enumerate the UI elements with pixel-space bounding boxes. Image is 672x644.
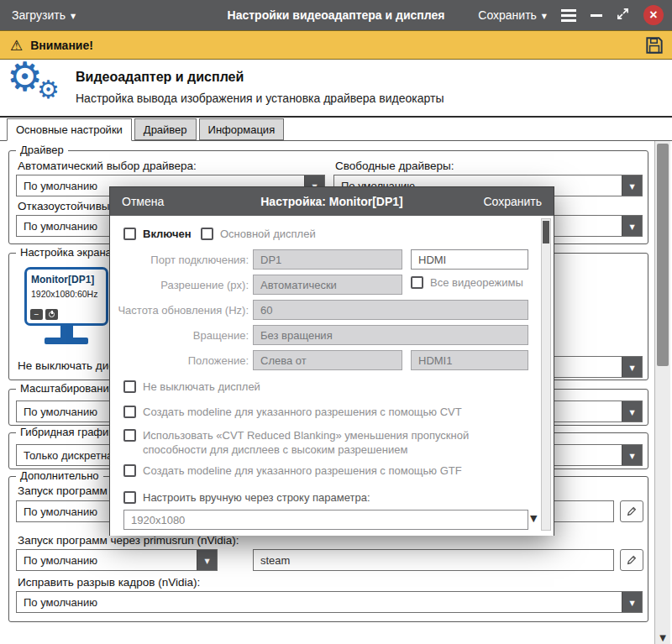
port-value-field: DP1	[253, 249, 402, 270]
pencil-icon	[626, 554, 638, 566]
expand-button[interactable]	[617, 8, 629, 23]
tab-driver[interactable]: Драйвер	[134, 118, 197, 140]
refresh-label: Частота обновления (Hz):	[110, 304, 249, 317]
cvt-modeline-checkbox[interactable]: Создать modeline для указанного разрешен…	[123, 406, 462, 420]
chevron-down-icon: ▼	[622, 216, 642, 236]
chevron-down-icon: ▼	[197, 550, 217, 570]
chevron-down-icon: ▼	[622, 175, 642, 196]
free-drivers-label: Свободные драйверы:	[335, 160, 454, 172]
checkbox-label: Основной дисплей	[220, 228, 316, 242]
checkbox-box	[123, 491, 136, 504]
minimize-icon	[591, 14, 602, 17]
checkbox-box	[123, 228, 136, 240]
save-file-button[interactable]	[643, 34, 665, 60]
floppy-disk-icon	[643, 34, 665, 56]
save-menu-button[interactable]: Сохранить ▼	[478, 8, 547, 22]
checkbox-box	[123, 464, 136, 477]
tab-main-settings[interactable]: Основные настройки	[7, 118, 132, 141]
gtf-modeline-checkbox[interactable]: Создать modeline для указанного разрешен…	[123, 464, 462, 479]
checkbox-label: Не выключать дисплей	[143, 380, 260, 395]
cvt-reduced-blanking-checkbox[interactable]: Использовать «CVT Reduced Blanking» умен…	[123, 429, 518, 458]
warning-text: Внимание!	[30, 39, 93, 52]
load-label: Загрузить	[12, 8, 66, 22]
position-ref-field: HDMI1	[411, 350, 528, 370]
chevron-down-icon: ▼	[542, 13, 547, 20]
scrollbar-thumb[interactable]	[657, 144, 669, 366]
scrollbar-thumb[interactable]	[543, 221, 549, 243]
dialog-header: Отмена Настройка: Monitor[DP1] Сохранить	[110, 187, 554, 216]
position-label: Положение:	[110, 354, 249, 367]
main-scrollbar[interactable]: ▼	[654, 141, 670, 644]
scaling-group-legend: Масштабирование	[16, 382, 119, 395]
checkbox-box	[201, 228, 213, 240]
rotation-value-field: Без вращения	[253, 325, 528, 345]
dialog-body: Включен Основной дисплей Порт подключени…	[110, 216, 554, 536]
scroll-down-button[interactable]: ▼	[655, 633, 670, 642]
hybrid-group-legend: Гибридная графика	[16, 426, 124, 438]
dropdown-value: По умолчанию	[17, 550, 197, 570]
page-subtitle: Настройка вывода изображения и установка…	[76, 92, 444, 105]
chevron-down-icon: ▼	[622, 357, 642, 377]
chevron-down-icon: ▼	[629, 453, 634, 460]
position-value-field: Слева от	[253, 350, 402, 370]
keep-display-on-checkbox[interactable]: Не выключать дисплей	[123, 380, 260, 395]
tab-info[interactable]: Информация	[199, 118, 285, 140]
dialog-scrollbar[interactable]	[541, 218, 551, 531]
chevron-down-icon: ▼	[629, 183, 634, 191]
minimize-button[interactable]	[591, 14, 602, 17]
manual-mode-checkbox[interactable]: Настроить вручную через строку параметра…	[123, 491, 370, 505]
power-icon	[49, 312, 55, 317]
driver-group-legend: Драйвер	[16, 144, 68, 156]
monitor-settings-dialog: Отмена Настройка: Monitor[DP1] Сохранить…	[109, 186, 554, 536]
monitor-mode: 1920x1080:60Hz	[31, 289, 97, 299]
monitor-minimize-button[interactable]: −	[30, 309, 43, 320]
save-button[interactable]: Сохранить	[483, 195, 542, 208]
primusrun-command-input[interactable]	[253, 549, 614, 571]
monitor-widget[interactable]: Monitor[DP1] 1920x1080:60Hz −	[24, 267, 108, 344]
checkbox-label: Все видеорежимы	[430, 276, 523, 291]
cancel-button[interactable]: Отмена	[122, 195, 164, 208]
load-menu-button[interactable]: Загрузить ▼	[12, 8, 76, 22]
manual-mode-input[interactable]	[123, 510, 528, 530]
chevron-down-icon: ▼	[629, 599, 634, 607]
monitor-controls: −	[30, 309, 58, 320]
all-modes-checkbox[interactable]: Все видеорежимы	[411, 276, 523, 291]
primusrun-label: Запуск программ через primusrun (nVidia)…	[18, 534, 239, 547]
monitor-name: Monitor[DP1]	[31, 274, 94, 285]
rotation-label: Вращение:	[110, 329, 249, 342]
primusrun-edit-button[interactable]	[620, 549, 643, 571]
extra-group-legend: Дополнительно	[16, 469, 103, 482]
hamburger-icon	[561, 14, 576, 17]
pencil-icon	[626, 505, 638, 517]
optirun-edit-button[interactable]	[620, 500, 643, 522]
scroll-down-icon[interactable]: ▼	[530, 513, 537, 524]
hamburger-menu-button[interactable]	[561, 6, 576, 25]
monitor-screen: Monitor[DP1] 1920x1080:60Hz −	[24, 267, 108, 326]
monitor-power-button[interactable]	[45, 309, 58, 320]
enabled-checkbox[interactable]: Включен	[123, 228, 192, 242]
tearing-select[interactable]: По умолчанию ▼	[16, 591, 643, 613]
chevron-down-icon: ▼	[622, 401, 642, 421]
monitor-stand	[60, 326, 73, 338]
checkbox-box	[123, 429, 136, 442]
chevron-down-icon: ▼	[629, 409, 634, 416]
tab-bar: Основные настройки Драйвер Информация	[7, 118, 284, 141]
chevron-down-icon: ▼	[71, 13, 76, 20]
chevron-down-icon: ▼	[622, 592, 642, 612]
port-custom-input[interactable]	[411, 249, 528, 270]
chevron-down-icon: ▼	[622, 445, 642, 465]
page-title: Видеоадаптер и дисплей	[76, 70, 244, 85]
page-header: ⚙ ⚙ Видеоадаптер и дисплей Настройка выв…	[0, 60, 672, 118]
expand-icon	[617, 8, 629, 20]
gear-small-icon: ⚙	[37, 75, 60, 104]
app-window: Загрузить ▼ Настройки видеоадаптера и ди…	[0, 0, 672, 644]
tearing-label: Исправить разрыв кадров (nVidia):	[18, 576, 200, 589]
auto-driver-label: Автоматический выбор драйвера:	[18, 160, 197, 172]
titlebar: Загрузить ▼ Настройки видеоадаптера и ди…	[0, 0, 672, 30]
primary-display-checkbox[interactable]: Основной дисплей	[201, 228, 316, 242]
screen-group-legend: Настройка экрана	[16, 246, 116, 259]
monitor-base	[45, 338, 88, 344]
primusrun-select[interactable]: По умолчанию ▼	[16, 549, 218, 571]
close-button[interactable]: ×	[643, 5, 664, 25]
warning-bar: ⚠ Внимание!	[0, 30, 672, 60]
